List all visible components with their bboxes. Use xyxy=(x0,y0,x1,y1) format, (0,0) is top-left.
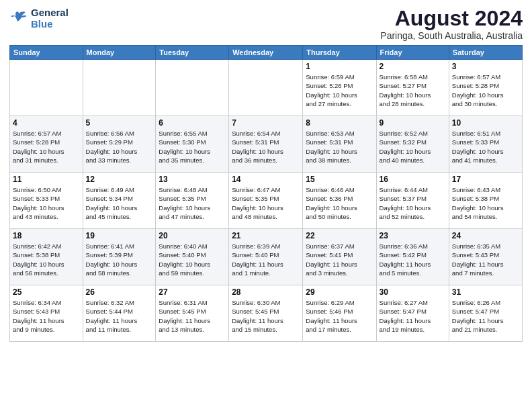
calendar-title: August 2024 xyxy=(380,7,523,30)
day-number: 30 xyxy=(380,287,446,297)
col-header-tuesday: Tuesday xyxy=(156,46,229,60)
day-number: 28 xyxy=(232,287,300,297)
day-number: 18 xyxy=(13,231,80,240)
page: General Blue August 2024 Paringa, South … xyxy=(0,0,532,411)
day-number: 19 xyxy=(86,231,153,240)
calendar-cell xyxy=(156,60,229,116)
col-header-thursday: Thursday xyxy=(303,46,376,60)
calendar-cell: 29Sunrise: 6:29 AMSunset: 5:46 PMDayligh… xyxy=(303,285,376,342)
calendar-cell: 4Sunrise: 6:57 AMSunset: 5:28 PMDaylight… xyxy=(10,116,83,173)
day-number: 7 xyxy=(232,118,300,128)
calendar-cell: 21Sunrise: 6:39 AMSunset: 5:40 PMDayligh… xyxy=(229,229,303,285)
logo-line2: Blue xyxy=(31,18,69,30)
day-number: 29 xyxy=(306,287,373,297)
day-info: Sunrise: 6:52 AMSunset: 5:32 PMDaylight:… xyxy=(380,129,446,165)
calendar-cell: 14Sunrise: 6:47 AMSunset: 5:35 PMDayligh… xyxy=(229,173,303,229)
day-info: Sunrise: 6:26 AMSunset: 5:47 PMDaylight:… xyxy=(452,298,519,334)
day-info: Sunrise: 6:36 AMSunset: 5:42 PMDaylight:… xyxy=(380,242,446,277)
day-number: 23 xyxy=(380,231,446,240)
calendar-cell: 27Sunrise: 6:31 AMSunset: 5:45 PMDayligh… xyxy=(156,285,229,342)
day-number: 22 xyxy=(306,231,373,240)
day-number: 4 xyxy=(13,118,80,128)
calendar-cell: 6Sunrise: 6:55 AMSunset: 5:30 PMDaylight… xyxy=(156,116,229,173)
calendar-cell: 17Sunrise: 6:43 AMSunset: 5:38 PMDayligh… xyxy=(449,173,522,229)
col-header-friday: Friday xyxy=(376,46,449,60)
logo-text: General Blue xyxy=(31,7,69,30)
day-info: Sunrise: 6:51 AMSunset: 5:33 PMDaylight:… xyxy=(452,129,519,165)
calendar-cell: 12Sunrise: 6:49 AMSunset: 5:34 PMDayligh… xyxy=(83,173,156,229)
calendar-cell: 10Sunrise: 6:51 AMSunset: 5:33 PMDayligh… xyxy=(449,116,522,173)
calendar-cell: 8Sunrise: 6:53 AMSunset: 5:31 PMDaylight… xyxy=(303,116,376,173)
day-info: Sunrise: 6:57 AMSunset: 5:28 PMDaylight:… xyxy=(13,129,80,165)
header: General Blue August 2024 Paringa, South … xyxy=(9,7,523,41)
calendar-cell: 24Sunrise: 6:35 AMSunset: 5:43 PMDayligh… xyxy=(449,229,522,285)
calendar-cell: 9Sunrise: 6:52 AMSunset: 5:32 PMDaylight… xyxy=(376,116,449,173)
day-number: 5 xyxy=(86,118,153,128)
calendar-cell: 18Sunrise: 6:42 AMSunset: 5:38 PMDayligh… xyxy=(10,229,83,285)
day-info: Sunrise: 6:54 AMSunset: 5:31 PMDaylight:… xyxy=(232,129,300,165)
day-info: Sunrise: 6:49 AMSunset: 5:34 PMDaylight:… xyxy=(86,185,153,221)
day-info: Sunrise: 6:44 AMSunset: 5:37 PMDaylight:… xyxy=(380,185,446,221)
col-header-sunday: Sunday xyxy=(10,46,83,60)
logo-line1: General xyxy=(31,7,69,18)
calendar-cell: 31Sunrise: 6:26 AMSunset: 5:47 PMDayligh… xyxy=(449,285,522,342)
day-number: 1 xyxy=(306,62,373,71)
calendar-cell: 11Sunrise: 6:50 AMSunset: 5:33 PMDayligh… xyxy=(10,173,83,229)
calendar-week-row: 1Sunrise: 6:59 AMSunset: 5:26 PMDaylight… xyxy=(10,60,523,116)
logo-bird-icon xyxy=(9,11,28,26)
day-number: 14 xyxy=(232,175,300,184)
day-number: 15 xyxy=(306,175,373,184)
day-info: Sunrise: 6:31 AMSunset: 5:45 PMDaylight:… xyxy=(159,298,226,334)
day-number: 12 xyxy=(86,175,153,184)
day-info: Sunrise: 6:39 AMSunset: 5:40 PMDaylight:… xyxy=(232,242,300,277)
day-number: 20 xyxy=(159,231,226,240)
day-info: Sunrise: 6:58 AMSunset: 5:27 PMDaylight:… xyxy=(380,73,446,108)
calendar-cell: 20Sunrise: 6:40 AMSunset: 5:40 PMDayligh… xyxy=(156,229,229,285)
day-info: Sunrise: 6:30 AMSunset: 5:45 PMDaylight:… xyxy=(232,298,300,334)
calendar-cell xyxy=(10,60,83,116)
calendar-cell: 30Sunrise: 6:27 AMSunset: 5:47 PMDayligh… xyxy=(376,285,449,342)
day-info: Sunrise: 6:35 AMSunset: 5:43 PMDaylight:… xyxy=(452,242,519,277)
day-info: Sunrise: 6:50 AMSunset: 5:33 PMDaylight:… xyxy=(13,185,80,221)
day-info: Sunrise: 6:32 AMSunset: 5:44 PMDaylight:… xyxy=(86,298,153,334)
day-number: 10 xyxy=(452,118,519,128)
calendar-cell: 26Sunrise: 6:32 AMSunset: 5:44 PMDayligh… xyxy=(83,285,156,342)
calendar-week-row: 4Sunrise: 6:57 AMSunset: 5:28 PMDaylight… xyxy=(10,116,523,173)
day-number: 16 xyxy=(380,175,446,184)
day-info: Sunrise: 6:42 AMSunset: 5:38 PMDaylight:… xyxy=(13,242,80,277)
calendar-week-row: 18Sunrise: 6:42 AMSunset: 5:38 PMDayligh… xyxy=(10,229,523,285)
calendar-week-row: 11Sunrise: 6:50 AMSunset: 5:33 PMDayligh… xyxy=(10,173,523,229)
day-info: Sunrise: 6:53 AMSunset: 5:31 PMDaylight:… xyxy=(306,129,373,165)
day-info: Sunrise: 6:48 AMSunset: 5:35 PMDaylight:… xyxy=(159,185,226,221)
calendar-cell: 13Sunrise: 6:48 AMSunset: 5:35 PMDayligh… xyxy=(156,173,229,229)
calendar-cell xyxy=(83,60,156,116)
day-number: 25 xyxy=(13,287,80,297)
calendar-cell: 25Sunrise: 6:34 AMSunset: 5:43 PMDayligh… xyxy=(10,285,83,342)
calendar-table: SundayMondayTuesdayWednesdayThursdayFrid… xyxy=(9,45,523,342)
day-info: Sunrise: 6:40 AMSunset: 5:40 PMDaylight:… xyxy=(159,242,226,277)
day-info: Sunrise: 6:41 AMSunset: 5:39 PMDaylight:… xyxy=(86,242,153,277)
calendar-week-row: 25Sunrise: 6:34 AMSunset: 5:43 PMDayligh… xyxy=(10,285,523,342)
calendar-cell: 16Sunrise: 6:44 AMSunset: 5:37 PMDayligh… xyxy=(376,173,449,229)
day-number: 3 xyxy=(452,62,519,71)
day-number: 31 xyxy=(452,287,519,297)
day-info: Sunrise: 6:46 AMSunset: 5:36 PMDaylight:… xyxy=(306,185,373,221)
calendar-cell: 19Sunrise: 6:41 AMSunset: 5:39 PMDayligh… xyxy=(83,229,156,285)
calendar-cell: 15Sunrise: 6:46 AMSunset: 5:36 PMDayligh… xyxy=(303,173,376,229)
day-info: Sunrise: 6:37 AMSunset: 5:41 PMDaylight:… xyxy=(306,242,373,277)
col-header-saturday: Saturday xyxy=(449,46,522,60)
day-info: Sunrise: 6:56 AMSunset: 5:29 PMDaylight:… xyxy=(86,129,153,165)
title-block: August 2024 Paringa, South Australia, Au… xyxy=(380,7,523,41)
day-number: 24 xyxy=(452,231,519,240)
day-info: Sunrise: 6:47 AMSunset: 5:35 PMDaylight:… xyxy=(232,185,300,221)
day-number: 9 xyxy=(380,118,446,128)
day-info: Sunrise: 6:55 AMSunset: 5:30 PMDaylight:… xyxy=(159,129,226,165)
logo: General Blue xyxy=(9,7,69,30)
col-header-wednesday: Wednesday xyxy=(229,46,303,60)
day-info: Sunrise: 6:34 AMSunset: 5:43 PMDaylight:… xyxy=(13,298,80,334)
day-info: Sunrise: 6:57 AMSunset: 5:28 PMDaylight:… xyxy=(452,73,519,108)
calendar-subtitle: Paringa, South Australia, Australia xyxy=(380,30,523,41)
day-info: Sunrise: 6:29 AMSunset: 5:46 PMDaylight:… xyxy=(306,298,373,334)
calendar-cell: 5Sunrise: 6:56 AMSunset: 5:29 PMDaylight… xyxy=(83,116,156,173)
day-number: 17 xyxy=(452,175,519,184)
